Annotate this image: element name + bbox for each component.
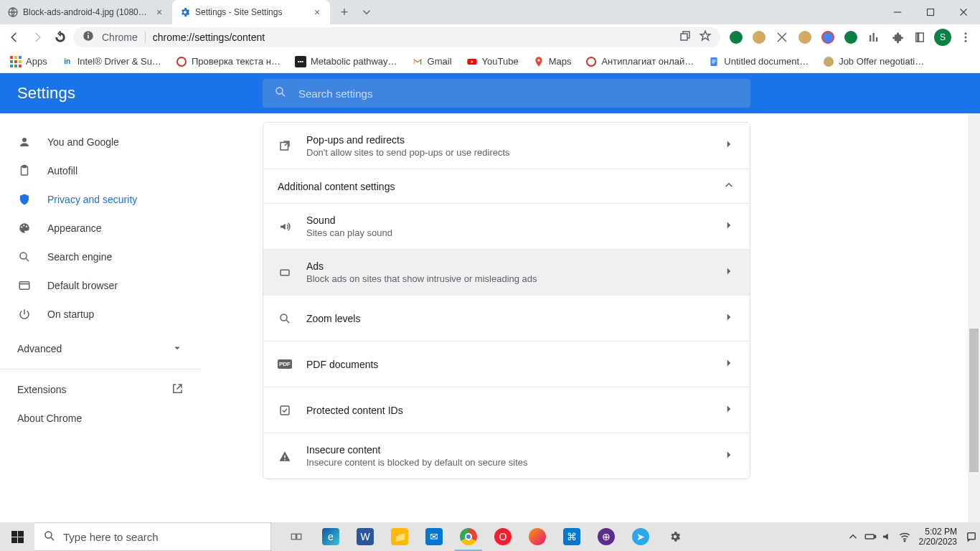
scrollbar[interactable]	[968, 113, 980, 522]
minimize-button[interactable]	[881, 0, 914, 24]
row-sound[interactable]: SoundSites can play sound	[263, 203, 750, 249]
notifications-icon[interactable]	[963, 522, 980, 551]
tab-inactive[interactable]: Block-ads-android-4.jpg (1080×2… ×	[0, 0, 172, 24]
extension-icon[interactable]	[864, 27, 884, 47]
svg-rect-32	[281, 406, 289, 415]
site-info-icon[interactable]	[82, 29, 95, 44]
extension-icon[interactable]	[818, 27, 838, 47]
svg-rect-6	[870, 35, 871, 42]
gmail-icon	[412, 56, 423, 67]
taskbar-apps: e W 📁 ✉ O ⌘ ⊕ ➤	[280, 522, 692, 551]
close-icon[interactable]: ×	[154, 6, 165, 18]
bookmark-item[interactable]: Проверка текста н…	[170, 52, 286, 72]
forward-button[interactable]	[27, 27, 47, 47]
close-window-button[interactable]	[947, 0, 980, 24]
settings-content: Pop-ups and redirectsDon't allow sites t…	[201, 113, 980, 522]
system-tray: 5:02 PM 2/20/2023	[844, 522, 980, 551]
search-settings-box[interactable]	[263, 79, 750, 108]
sidebar-item-appearance[interactable]: Appearance	[0, 214, 201, 242]
taskbar-app[interactable]: ⊕	[590, 522, 623, 551]
svg-rect-8	[876, 37, 877, 42]
divider	[0, 369, 201, 369]
sound-icon	[278, 220, 292, 234]
tab-search-button[interactable]	[354, 0, 379, 24]
battery-icon[interactable]	[862, 522, 879, 551]
taskbar-app-chrome[interactable]	[452, 522, 485, 551]
bookmark-item[interactable]: Maps	[527, 52, 578, 72]
bookmark-item[interactable]: Untitled document…	[702, 52, 814, 72]
share-icon[interactable]	[679, 29, 692, 44]
sidebar-item-autofill[interactable]: Autofill	[0, 156, 201, 185]
tray-chevron-icon[interactable]	[844, 522, 862, 551]
chevron-right-icon	[722, 219, 735, 235]
sidebar-link-extensions[interactable]: Extensions	[0, 375, 201, 404]
sidebar-item-privacy[interactable]: Privacy and security	[0, 185, 201, 214]
task-view-button[interactable]	[280, 522, 313, 551]
profile-avatar[interactable]: S	[933, 27, 953, 47]
volume-icon[interactable]	[879, 522, 896, 551]
bookmark-star-icon[interactable]	[699, 29, 712, 44]
sidebar-advanced-toggle[interactable]: Advanced	[0, 334, 201, 363]
taskbar-app-opera[interactable]: O	[486, 522, 519, 551]
taskbar-app-vscode[interactable]: ⌘	[555, 522, 588, 551]
start-button[interactable]	[0, 522, 34, 551]
youtube-icon	[466, 56, 478, 67]
svg-rect-1	[928, 9, 934, 16]
reading-list-icon[interactable]	[910, 27, 930, 47]
row-protected-content[interactable]: Protected content IDs	[263, 387, 750, 433]
popup-icon	[278, 138, 292, 153]
sidebar-item-you-and-google[interactable]: You and Google	[0, 128, 201, 156]
svg-rect-30	[281, 270, 289, 276]
taskbar-app-settings[interactable]	[659, 522, 692, 551]
bookmark-item[interactable]: •••Metabolic pathway…	[289, 52, 403, 72]
row-insecure-content[interactable]: Insecure contentInsecure content is bloc…	[263, 433, 750, 479]
menu-icon[interactable]	[956, 27, 976, 47]
sidebar-item-on-startup[interactable]: On startup	[0, 300, 201, 329]
row-zoom[interactable]: Zoom levels	[263, 295, 750, 341]
svg-rect-5	[681, 34, 687, 40]
new-tab-button[interactable]: +	[334, 2, 354, 22]
maps-icon	[533, 56, 545, 67]
extension-icon[interactable]	[726, 27, 746, 47]
bookmark-item[interactable]: Job Offer negotiati…	[817, 52, 930, 72]
sidebar-item-search-engine[interactable]: Search engine	[0, 242, 201, 271]
taskbar-app-firefox[interactable]	[521, 522, 554, 551]
wifi-icon[interactable]	[896, 522, 913, 551]
row-pdf[interactable]: PDF PDF documents	[263, 341, 750, 387]
bookmark-item[interactable]: YouTube	[461, 52, 524, 72]
taskbar-app-telegram[interactable]: ➤	[624, 522, 657, 551]
back-button[interactable]	[4, 27, 24, 47]
taskbar-app-edge[interactable]: e	[314, 522, 347, 551]
bookmark-apps[interactable]: Apps	[4, 52, 53, 72]
maximize-button[interactable]	[914, 0, 947, 24]
bookmark-item[interactable]: inIntel® Driver & Su…	[56, 52, 167, 72]
reload-button[interactable]	[50, 27, 70, 47]
taskbar-search[interactable]: Type here to search	[34, 522, 271, 551]
svg-point-11	[965, 32, 967, 34]
taskbar-app-mail[interactable]: ✉	[418, 522, 451, 551]
address-bar[interactable]: Chrome chrome://settings/content	[73, 27, 720, 47]
search-input[interactable]	[298, 88, 739, 100]
svg-rect-19	[712, 62, 715, 63]
svg-point-40	[904, 540, 905, 542]
row-popups[interactable]: Pop-ups and redirectsDon't allow sites t…	[263, 123, 750, 169]
extension-icon[interactable]	[795, 27, 815, 47]
extension-icon[interactable]	[772, 27, 792, 47]
close-icon[interactable]: ×	[311, 6, 323, 18]
row-ads[interactable]: AdsBlock ads on sites that show intrusiv…	[263, 249, 750, 295]
scrollbar-thumb[interactable]	[969, 329, 979, 472]
svg-rect-10	[918, 33, 919, 42]
extension-icon[interactable]	[749, 27, 769, 47]
svg-rect-18	[712, 61, 716, 62]
extension-icon[interactable]	[841, 27, 861, 47]
additional-content-header[interactable]: Additional content settings	[263, 169, 750, 203]
bookmark-item[interactable]: Антиплагиат онлай…	[580, 52, 699, 72]
extensions-menu-icon[interactable]	[887, 27, 907, 47]
sidebar-item-default-browser[interactable]: Default browser	[0, 271, 201, 300]
tab-active[interactable]: Settings - Site Settings ×	[172, 0, 330, 24]
taskbar-clock[interactable]: 5:02 PM 2/20/2023	[913, 527, 963, 547]
taskbar-app-explorer[interactable]: 📁	[383, 522, 416, 551]
sidebar-link-about[interactable]: About Chrome	[0, 404, 201, 433]
bookmark-item[interactable]: Gmail	[406, 52, 458, 72]
taskbar-app-word[interactable]: W	[349, 522, 382, 551]
